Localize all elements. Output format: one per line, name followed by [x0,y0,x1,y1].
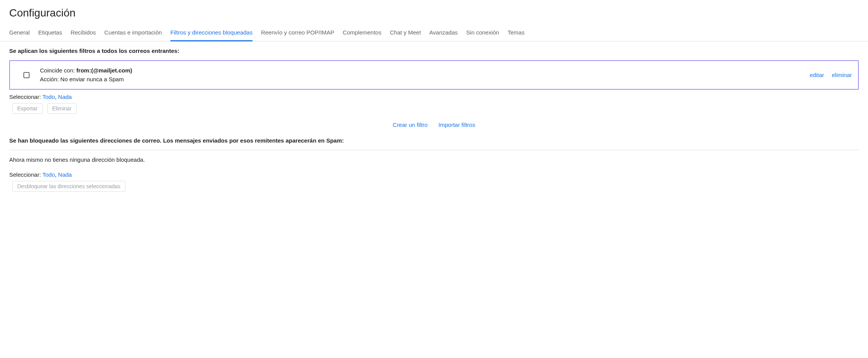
tab-inbox[interactable]: Recibidos [71,26,96,41]
blocked-select-none[interactable]: Nada [58,171,72,178]
tab-forwarding[interactable]: Reenvío y correo POP/IMAP [261,26,334,41]
blocked-empty-text: Ahora mismo no tienes ninguna dirección … [9,156,859,163]
tab-addons[interactable]: Complementos [343,26,381,41]
filter-description: Coincide con: from:(@mailjet.com) Acción… [40,66,810,84]
tab-filters[interactable]: Filtros y direcciones bloqueadas [170,26,252,41]
tab-chat-meet[interactable]: Chat y Meet [390,26,421,41]
blocked-select-row: Seleccionar: Todo, Nada [9,171,859,178]
tab-offline[interactable]: Sin conexión [466,26,499,41]
export-button[interactable]: Exportar [12,103,43,114]
tab-themes[interactable]: Temas [508,26,525,41]
create-filter-link[interactable]: Crear un filtro [393,122,428,128]
tab-accounts[interactable]: Cuentas e importación [104,26,162,41]
filters-select-none[interactable]: Nada [58,94,72,100]
filters-select-label: Seleccionar: [9,94,42,100]
divider [9,150,859,150]
import-filters-link[interactable]: Importar filtros [439,122,475,128]
tab-advanced[interactable]: Avanzadas [429,26,458,41]
filter-edit-link[interactable]: editar [810,72,824,78]
blocked-select-label: Seleccionar: [9,171,42,178]
blocked-heading: Se han bloqueado las siguientes direccio… [9,137,859,144]
settings-tabs: General Etiquetas Recibidos Cuentas e im… [0,22,868,41]
filter-action-value: No enviar nunca a Spam [60,76,124,82]
filter-match-label: Coincide con: [40,67,76,74]
tab-general[interactable]: General [9,26,30,41]
filters-select-all[interactable]: Todo [42,94,55,100]
page-title: Configuración [0,0,868,22]
filter-delete-link[interactable]: eliminar [832,72,852,78]
filter-checkbox[interactable] [23,72,30,78]
unblock-button[interactable]: Desbloquear las direcciones seleccionada… [12,181,125,192]
filters-heading: Se aplican los siguientes filtros a todo… [9,48,859,54]
filters-select-row: Seleccionar: Todo, Nada [9,94,859,100]
delete-button[interactable]: Eliminar [47,103,77,114]
blocked-select-all[interactable]: Todo [42,171,55,178]
tab-labels[interactable]: Etiquetas [38,26,62,41]
filter-match-value: from:(@mailjet.com) [76,67,132,74]
filter-action-label: Acción: [40,76,60,82]
filter-row: Coincide con: from:(@mailjet.com) Acción… [9,60,859,90]
